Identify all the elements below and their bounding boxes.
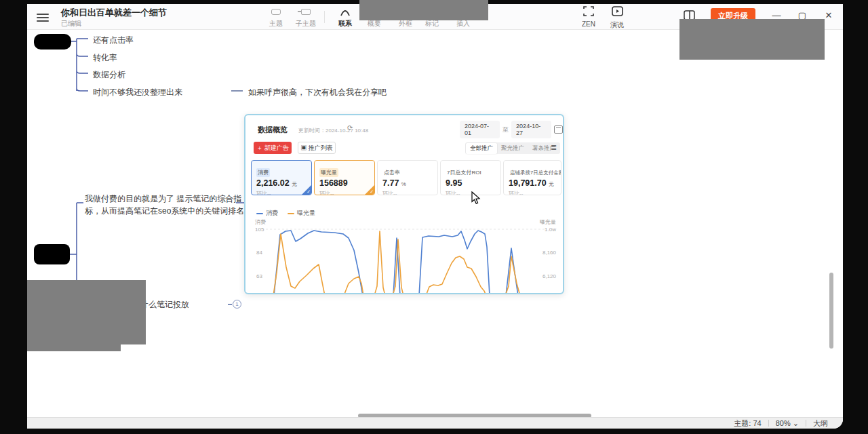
tab-all-promo[interactable]: 全部推广	[466, 143, 497, 154]
present-button[interactable]: 演说	[602, 6, 632, 30]
calendar-icon[interactable]	[554, 125, 563, 134]
toolbar-item-subtopic[interactable]: 子主题	[291, 6, 321, 28]
note-share-next-time[interactable]: 如果呼声很高，下次有机会我在分享吧	[248, 87, 387, 98]
stat-card-spend[interactable]: 消费 2,216.02 元 环比-- ✓	[251, 160, 312, 195]
dashboard-chart-lines	[266, 218, 545, 294]
branch-conversion-rate[interactable]: 转化率	[93, 52, 117, 64]
branch-click-rate[interactable]: 还有点击率	[93, 35, 134, 46]
toolbar-item-relationship[interactable]: 联系	[330, 6, 360, 28]
redacted-topic-node[interactable]	[34, 34, 71, 50]
censor-block-top-right	[679, 19, 825, 60]
subtopic-icon	[291, 6, 321, 18]
date-end[interactable]: 2024-10-27	[511, 121, 551, 138]
new-ad-button[interactable]: ＋ 新建广告	[254, 142, 292, 154]
stat-card-roi[interactable]: 7日总支付ROI 9.95 环比--	[440, 160, 501, 195]
redacted-topic-node-2[interactable]	[34, 244, 70, 264]
promo-type-tabs: 全部推广 聚光推广 薯条推广	[465, 142, 560, 154]
toolbar-divider	[324, 11, 325, 23]
promo-list-button[interactable]: ▣ 推广列表	[298, 142, 336, 154]
badge-connector	[228, 304, 232, 305]
outline-button[interactable]: 大纲	[813, 418, 828, 429]
topic-count: 主题: 74	[734, 418, 761, 429]
paragraph-paid-purpose[interactable]: 我做付费的目的就是为了 提示笔记的综合指标，从而提高笔记在seo系统中的关键词排…	[85, 193, 246, 217]
zen-icon	[583, 6, 594, 16]
zen-mode-button[interactable]: ZEN	[574, 6, 604, 28]
topic-icon	[261, 6, 291, 18]
refresh-icon[interactable]: ⟳	[347, 124, 353, 132]
dashboard-title: 数据概览	[258, 125, 288, 135]
stat-card-ctr[interactable]: 点击率 7.77 % 环比--	[377, 160, 438, 195]
chart-legend: 消费 曝光量	[256, 209, 315, 218]
status-bar: 主题: 74 80% ⌄ 大纲	[27, 417, 843, 429]
screen: 你和日出百单就差一个细节 已编辑 主题 子主题 联系 概要 外框	[0, 0, 868, 434]
date-start[interactable]: 2024-07-01	[460, 121, 500, 138]
vertical-scrollbar[interactable]	[829, 273, 833, 349]
legend-impressions[interactable]: 曝光量	[288, 209, 315, 218]
censor-block-bottom-left	[27, 280, 146, 344]
menu-icon[interactable]	[37, 12, 49, 21]
dashboard-updated-time: 更新时间：2024-10-27 10:48	[298, 127, 368, 134]
date-separator: 至	[502, 125, 509, 134]
mindmap-canvas[interactable]: 还有点击率 转化率 数据分析 时间不够我还没整理出来 如果呼声很高，下次有机会我…	[27, 30, 843, 421]
censor-block-bottom-left-2	[27, 344, 121, 351]
dashboard-image-node[interactable]: 数据概览 更新时间：2024-10-27 10:48 ⟳ 2024-07-01 …	[244, 114, 564, 294]
date-range-picker[interactable]: 2024-07-01 至 2024-10-27	[460, 123, 563, 136]
toolbar-item-topic[interactable]: 主题	[261, 6, 291, 28]
edit-status: 已编辑	[61, 19, 81, 28]
relationship-icon	[330, 6, 360, 18]
stat-card-payment-amount[interactable]: 店铺承接7日总支付金额 19,791.70 元 环比--	[503, 160, 561, 195]
node-note-placement[interactable]: 什么笔记投放	[140, 299, 189, 311]
censor-block-toolbar	[359, 0, 488, 20]
branch-data-analysis[interactable]: 数据分析	[93, 69, 125, 81]
play-icon	[612, 6, 623, 16]
left-axis-title: 消费	[255, 218, 266, 226]
legend-spend[interactable]: 消费	[256, 209, 278, 218]
count-badge[interactable]: 1	[233, 300, 241, 309]
chevron-down-icon: ⌄	[793, 419, 799, 427]
list-view-icon[interactable]: ≣	[551, 143, 557, 152]
tab-spotlight-promo[interactable]: 聚光推广	[497, 143, 528, 154]
document-title: 你和日出百单就差一个细节	[61, 7, 167, 19]
stat-card-impressions[interactable]: 曝光量 156889 环比-- ✓	[314, 160, 375, 195]
zoom-control[interactable]: 80% ⌄	[776, 419, 799, 428]
branch-no-time[interactable]: 时间不够我还没整理出来	[93, 87, 182, 98]
app-window: 你和日出百单就差一个细节 已编辑 主题 子主题 联系 概要 外框	[27, 4, 843, 429]
